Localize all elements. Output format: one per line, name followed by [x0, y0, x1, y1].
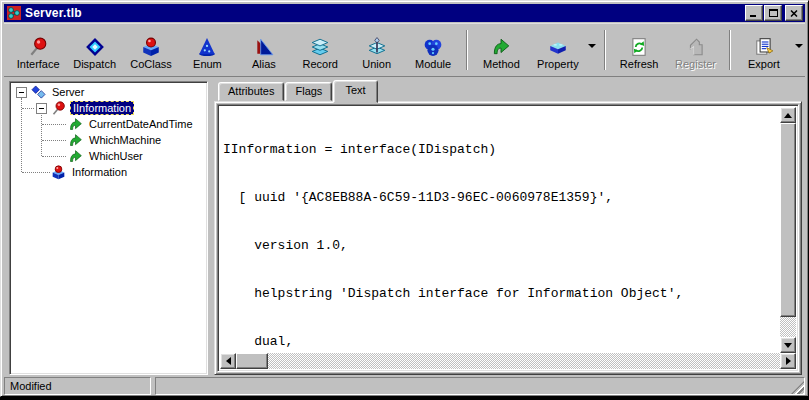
tree-item-whichuser[interactable]: WhichUser [10, 148, 207, 164]
toolbar-button-alias[interactable]: Alias [236, 27, 292, 73]
scroll-down-icon [784, 343, 792, 348]
toolbar-button-export[interactable]: Export [736, 27, 792, 73]
scroll-left-icon [226, 357, 231, 365]
register-icon [686, 37, 706, 57]
method-icon [491, 37, 511, 57]
type-library-tree[interactable]: Server IInformation CurrentDateAndTime [9, 81, 208, 375]
dispatch-icon [85, 37, 105, 57]
toolbar-button-interface[interactable]: Interface [10, 27, 66, 73]
maximize-icon [769, 9, 778, 17]
window-controls [744, 5, 803, 21]
dropdown-arrow-icon [795, 44, 803, 48]
toolbar-separator [604, 30, 606, 70]
app-icon [7, 6, 21, 20]
method-icon [68, 133, 83, 148]
toolbar-label: Method [483, 58, 520, 70]
refresh-icon [629, 37, 649, 57]
maximize-button[interactable] [764, 5, 782, 21]
scroll-up-button[interactable] [780, 107, 796, 123]
close-button[interactable] [785, 5, 803, 21]
tab-page-text: IInformation = interface(IDispatch) [ uu… [214, 101, 802, 375]
idl-text-view[interactable]: IInformation = interface(IDispatch) [ uu… [217, 104, 799, 372]
toolbar-label: Refresh [620, 58, 659, 70]
property-icon [548, 37, 568, 57]
tree-item-label-selected: IInformation [70, 101, 134, 115]
method-icon [68, 117, 83, 132]
toolbar-label: Record [303, 58, 338, 70]
toolbar-label: Dispatch [73, 58, 116, 70]
tree-item-information[interactable]: Information [10, 164, 207, 180]
tab-label: Text [345, 84, 365, 96]
close-icon [790, 10, 798, 17]
tree-item-currentdateandtime[interactable]: CurrentDateAndTime [10, 116, 207, 132]
tab-label: Flags [295, 85, 322, 97]
tree-item-iinformation[interactable]: IInformation [10, 100, 207, 116]
tree-item-server[interactable]: Server [10, 84, 207, 100]
code-line: dual, [223, 334, 779, 350]
minimize-button[interactable] [745, 5, 763, 21]
minimize-icon [750, 10, 758, 17]
toolbar: Interface Dispatch CoClass Enum [4, 23, 805, 77]
toolbar-button-module[interactable]: Module [405, 27, 461, 73]
code-line: [ uuid '{AC8EB88A-6C59-11D3-96EC-0060978… [223, 190, 779, 206]
interface-icon [28, 37, 48, 57]
toolbar-label: CoClass [130, 58, 172, 70]
alias-icon [254, 37, 274, 57]
server-icon [31, 85, 46, 100]
titlebar[interactable]: Server.tlb [4, 4, 805, 22]
dropdown-arrow-icon [588, 44, 596, 48]
tab-attributes[interactable]: Attributes [218, 82, 284, 101]
status-bar: Modified [4, 377, 805, 395]
scroll-right-button[interactable] [780, 353, 796, 369]
toolbar-separator [729, 30, 731, 70]
scroll-up-icon [784, 113, 792, 118]
horizontal-scrollbar[interactable] [220, 353, 796, 369]
export-icon [754, 37, 774, 57]
scroll-left-button[interactable] [220, 353, 236, 369]
coclass-icon [51, 165, 66, 180]
code-line: version 1.0, [223, 238, 779, 254]
type-library-editor-window: Server.tlb Interface Dispatch [0, 0, 809, 397]
tab-flags[interactable]: Flags [285, 82, 332, 101]
union-icon [367, 37, 387, 57]
toolbar-button-dispatch[interactable]: Dispatch [66, 27, 122, 73]
code-line: helpstring 'Dispatch interface for Infor… [223, 286, 779, 302]
idl-text-content: IInformation = interface(IDispatch) [ uu… [221, 108, 779, 352]
scroll-down-button[interactable] [780, 337, 796, 353]
toolbar-button-enum[interactable]: Enum [179, 27, 235, 73]
window-title: Server.tlb [25, 6, 82, 20]
vertical-scrollbar-thumb[interactable] [780, 123, 796, 317]
horizontal-scrollbar-thumb[interactable] [236, 353, 268, 369]
toolbar-button-refresh[interactable]: Refresh [611, 27, 667, 73]
toolbar-label: Register [675, 58, 716, 70]
toolbar-button-register[interactable]: Register [667, 27, 723, 73]
method-icon [68, 149, 83, 164]
tree-item-whichmachine[interactable]: WhichMachine [10, 132, 207, 148]
scroll-right-icon [786, 357, 791, 365]
toolbar-separator [466, 30, 468, 70]
export-dropdown-button[interactable] [792, 27, 805, 73]
toolbar-button-union[interactable]: Union [348, 27, 404, 73]
tree-item-label: CurrentDateAndTime [87, 117, 195, 131]
toolbar-button-coclass[interactable]: CoClass [123, 27, 179, 73]
tab-text[interactable]: Text [333, 80, 377, 103]
tree-item-label: Server [50, 85, 86, 99]
property-dropdown-button[interactable] [586, 27, 599, 73]
tree-item-label: Information [70, 165, 129, 179]
toolbar-label: Property [537, 58, 579, 70]
toolbar-label: Interface [17, 58, 60, 70]
toolbar-button-record[interactable]: Record [292, 27, 348, 73]
detail-pane: Attributes Flags Text IInformation = int… [214, 79, 802, 375]
toolbar-button-method[interactable]: Method [473, 27, 529, 73]
resize-grip-icon[interactable] [791, 381, 804, 394]
expander-minus-icon[interactable] [36, 103, 47, 114]
tree-item-label: WhichUser [87, 149, 145, 163]
vertical-scrollbar[interactable] [780, 107, 796, 353]
tab-label: Attributes [228, 85, 274, 97]
status-message [155, 377, 805, 395]
toolbar-button-property[interactable]: Property [530, 27, 586, 73]
expander-minus-icon[interactable] [16, 87, 27, 98]
module-icon [423, 37, 443, 57]
toolbar-label: Union [362, 58, 391, 70]
tab-bar: Attributes Flags Text [214, 79, 802, 101]
